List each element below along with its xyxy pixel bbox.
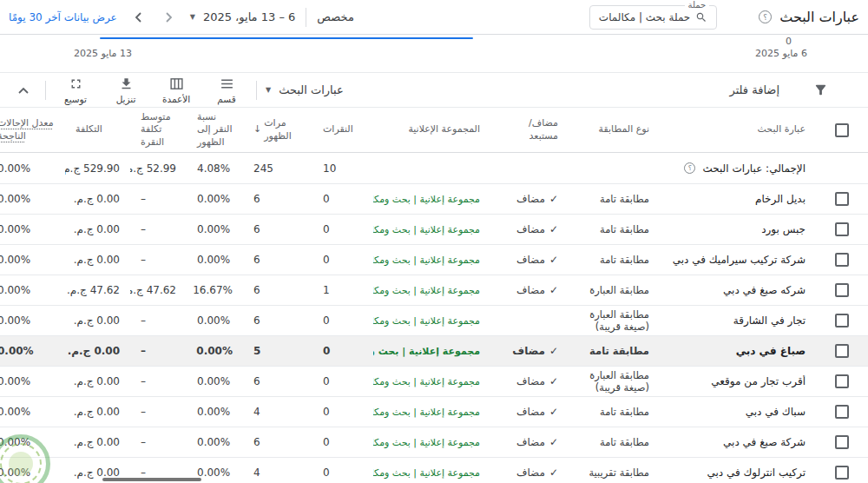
clicks-cell: 0 [312, 223, 373, 235]
ad-group-link[interactable]: مجموعة إعلانية | بحث ومكالمات [373, 407, 480, 418]
check-icon: ✓ [549, 375, 558, 387]
ad-group-link[interactable]: مجموعة إعلانية | بحث ومكالمات [373, 376, 480, 387]
row-checkbox[interactable] [835, 192, 849, 206]
date-range-controls: مخصص 6 – 13 مايو، 2025 ▼ عرض بيانات آخر … [9, 7, 354, 28]
row-checkbox[interactable] [835, 283, 849, 297]
col-header-avg-cpc[interactable]: متوسط تكلفة النقرة [130, 111, 187, 149]
table-row: صباغ في دبي مطابقة تامة ✓ مضاف مجموعة إع… [0, 336, 868, 367]
totals-cost: 529.90 ج.م. [65, 162, 130, 175]
ad-group-link[interactable]: مجموعة إعلانية | بحث ومكالمات [373, 437, 480, 448]
date-range-picker[interactable]: 6 – 13 مايو، 2025 ▼ [190, 10, 296, 23]
ad-group-link[interactable]: مجموعة إعلانية | بحث ومكالمات [373, 315, 480, 327]
match-type-cell: مطابقة العبارة [569, 284, 660, 296]
row-checkbox[interactable] [835, 253, 849, 267]
ad-group-link[interactable]: مجموعة إعلانية | بحث ومكالمات [373, 285, 480, 296]
col-header-search-term[interactable]: عبارة البحث [660, 123, 816, 136]
ctr-cell: 0.00% [187, 254, 243, 266]
table-row: سباك في دبي مطابقة تامة ✓ مضاف مجموعة إع… [0, 397, 868, 427]
impressions-cell: 5 [243, 345, 312, 357]
columns-button[interactable]: الأعمدة [155, 75, 197, 106]
totals-impressions: 245 [243, 162, 312, 175]
conv-rate-cell: 0.00% [0, 375, 65, 387]
col-header-conv-rate[interactable]: معدل الإحالات الناجحة [0, 117, 65, 142]
report-view-dropdown[interactable]: عبارات البحث ▼ [266, 83, 344, 96]
col-header-ad-group[interactable]: المجموعة الإعلانية [373, 123, 490, 136]
avg-cpc-cell: 47.62 ج.م. [130, 284, 187, 296]
select-all-checkbox[interactable] [835, 123, 849, 137]
added-label: مضاف [516, 436, 545, 448]
search-term-cell: سباك في دبي [660, 406, 816, 418]
row-checkbox[interactable] [835, 222, 849, 236]
avg-cpc-cell: – [130, 314, 187, 327]
conv-rate-cell: 0.00% [0, 436, 65, 448]
chevron-up-icon [18, 87, 29, 94]
help-icon[interactable]: ؟ [759, 10, 772, 23]
table-row: شركه صبغ في دبي مطابقة العبارة ✓ مضاف مج… [0, 275, 868, 306]
added-label: مضاف [516, 223, 545, 235]
col-header-cost[interactable]: التكلفة [65, 123, 130, 136]
totals-label-cell: الإجمالي: عبارات البحث ؟ [660, 162, 816, 175]
chart-area: 0 13 مايو 2025 6 مايو 2025 [0, 35, 868, 73]
sort-descending-icon: ↓ [253, 123, 261, 136]
col-header-match-type[interactable]: نوع المطابقة [569, 123, 660, 136]
segment-button[interactable]: قسم [206, 75, 247, 106]
col-header-added-excluded[interactable]: مضاف/مستبعد [490, 117, 569, 142]
ad-group-link[interactable]: مجموعة إعلانية | بحث ومكالمات [373, 194, 480, 205]
match-type-cell: مطابقة تامة [569, 345, 660, 357]
avg-cpc-cell: – [130, 436, 187, 448]
match-type-cell: مطابقة تامة [569, 223, 660, 235]
date-preset-label: مخصص [317, 10, 354, 23]
col-header-ctr[interactable]: نسبة النقر إلى الظهور [187, 111, 243, 149]
clicks-cell: 0 [312, 345, 373, 357]
show-last-30-days-link[interactable]: عرض بيانات آخر 30 يومًا [9, 11, 117, 23]
ad-group-link[interactable]: مجموعة إعلانية | بحث ومكالمات [373, 224, 480, 235]
cost-cell: 0.00 ج.م. [65, 406, 130, 418]
divider [306, 8, 306, 27]
previous-period-button[interactable] [128, 7, 148, 28]
cost-cell: 0.00 ج.م. [65, 375, 130, 387]
totals-avg-cpc: 52.99 ج.م. [130, 162, 187, 175]
search-term-cell: تجار في الشارقة [660, 314, 816, 327]
clicks-cell: 0 [312, 436, 373, 448]
horizontal-scrollbar-thumb[interactable] [102, 478, 201, 481]
collapse-chart-button[interactable] [10, 77, 36, 103]
ad-group-link[interactable]: مجموعة إعلانية | بحث ومكالمات [373, 346, 480, 357]
row-checkbox[interactable] [835, 344, 849, 358]
clicks-cell: 0 [312, 375, 373, 387]
campaign-filter-chip[interactable]: حملة حملة بحث | مكالمات [589, 5, 717, 30]
check-icon: ✓ [549, 284, 558, 296]
avg-cpc-cell: – [130, 223, 187, 235]
add-filter-button[interactable]: إضافة فلتر [729, 83, 779, 96]
added-label: مضاف [516, 375, 545, 387]
match-type-cell: مطابقة تامة [569, 406, 660, 418]
row-checkbox[interactable] [835, 435, 849, 449]
row-checkbox[interactable] [835, 314, 849, 328]
added-label: مضاف [516, 284, 545, 296]
ctr-cell: 0.00% [187, 406, 243, 418]
col-header-impressions[interactable]: مرات الظهور ↓ [243, 117, 312, 142]
row-checkbox[interactable] [835, 405, 849, 419]
ctr-cell: 0.00% [187, 345, 243, 357]
added-status: ✓ مضاف [490, 284, 569, 296]
next-period-button[interactable] [159, 7, 180, 28]
match-type-cell: مطابقة العبارة (صيغة قريبة) [569, 369, 660, 394]
filter-funnel-button[interactable] [809, 79, 832, 102]
added-status: ✓ مضاف [490, 193, 569, 205]
segment-icon [220, 76, 234, 91]
chevron-down-icon: ▼ [266, 87, 271, 94]
ad-group-link[interactable]: مجموعة إعلانية | بحث ومكالمات [373, 255, 480, 266]
expand-button[interactable]: توسيع [55, 75, 96, 106]
chart-series-line [100, 37, 473, 39]
horizontal-scrollbar[interactable] [0, 476, 868, 483]
conv-rate-cell: 0.00% [0, 314, 65, 327]
download-button[interactable]: تنزيل [105, 75, 147, 106]
ctr-cell: 16.67% [187, 284, 243, 296]
help-icon[interactable]: ؟ [684, 162, 695, 174]
added-label: مضاف [516, 193, 545, 205]
row-checkbox[interactable] [835, 374, 849, 388]
check-icon: ✓ [549, 223, 558, 235]
col-header-clicks[interactable]: النقرات [312, 123, 373, 136]
totals-label: الإجمالي: عبارات البحث [702, 162, 806, 175]
added-label: مضاف [512, 345, 545, 357]
clicks-cell: 0 [312, 193, 373, 205]
